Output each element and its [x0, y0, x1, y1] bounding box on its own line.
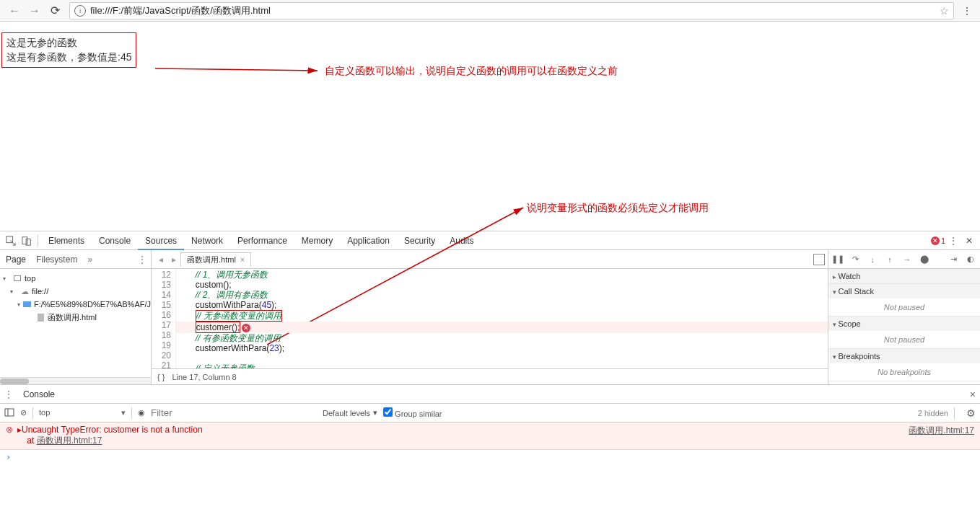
console-prompt[interactable]: › — [0, 450, 980, 464]
svg-line-0 — [155, 68, 318, 71]
debugger-toolbar: ❚❚ ↷ ↓ ↑ → ⬤ ⇥ ◐ — [828, 250, 980, 269]
file-tab-bar: ◂ ▸ 函数调用.html × — [152, 250, 828, 269]
format-icon[interactable]: { } — [157, 373, 165, 381]
tab-application[interactable]: Application — [340, 231, 397, 250]
file-tab-label: 函数调用.html — [187, 254, 236, 265]
debugger-sidebar: ❚❚ ↷ ↓ ↑ → ⬤ ⇥ ◐ Watch Call StackNot pau… — [828, 250, 980, 384]
pause-icon[interactable]: ❚❚ — [831, 253, 844, 266]
reload-button[interactable]: ⟳ — [45, 4, 65, 17]
deactivate-bp-icon[interactable]: ⬤ — [918, 253, 931, 266]
clear-console-icon[interactable]: ⊘ — [20, 408, 27, 417]
callstack-body: Not paused — [828, 298, 980, 316]
step-out-icon[interactable]: ↑ — [883, 253, 896, 266]
tree-file[interactable]: 函数调用.html — [0, 311, 151, 324]
tree-top[interactable]: ▾top — [0, 272, 151, 285]
error-text: ▸Uncaught TypeError: customer is not a f… — [17, 425, 909, 447]
file-tree: ▾top ▾☁file:// ▾F:/%E5%89%8D%E7%AB%AF/Ja… — [0, 269, 151, 327]
console-error-row[interactable]: ⊗ ▸Uncaught TypeError: customer is not a… — [0, 422, 980, 450]
scope-body: Not paused — [828, 331, 980, 348]
editor-status-bar: { } Line 17, Column 8 — [152, 368, 828, 384]
group-similar-checkbox[interactable]: Group similar — [383, 407, 442, 418]
sidebar-toggle-icon[interactable] — [4, 407, 14, 419]
devtools: Elements Console Sources Network Perform… — [0, 231, 980, 464]
tree-folder[interactable]: ▾F:/%E5%89%8D%E7%AB%AF/Ja — [0, 298, 151, 311]
async-icon[interactable]: ⇥ — [947, 253, 960, 266]
pause-on-exception-icon[interactable]: ◐ — [964, 253, 977, 266]
history-back-icon[interactable]: ◂ — [154, 254, 167, 265]
tab-audits[interactable]: Audits — [442, 231, 481, 250]
context-select[interactable]: top ▾ — [39, 408, 126, 417]
breakpoints-header[interactable]: Breakpoints — [828, 349, 980, 363]
history-fwd-icon[interactable]: ▸ — [167, 254, 180, 265]
page-content: 这是无参的函数 这是有参函数，参数值是:45 自定义函数可以输出，说明自定义函数… — [0, 22, 980, 231]
browser-menu-button[interactable]: ⋮ — [958, 5, 976, 17]
step-into-icon[interactable]: ↓ — [866, 253, 879, 266]
tab-network[interactable]: Network — [184, 231, 230, 250]
console-tab[interactable]: Console — [17, 389, 61, 399]
nav-menu-icon[interactable]: ⋮ — [138, 254, 146, 265]
annotation-arrow-icon — [155, 58, 325, 79]
tab-performance[interactable]: Performance — [230, 231, 294, 250]
breakpoints-body: No breakpoints — [828, 363, 980, 381]
stack-link[interactable]: 函数调用.html:17 — [37, 435, 102, 446]
console-toolbar: ⊘ top ▾ ◉ Default levels ▾ Group similar… — [0, 404, 980, 422]
nav-tab-filesystem[interactable]: Filesystem — [36, 254, 77, 265]
console-messages: ⊗ ▸Uncaught TypeError: customer is not a… — [0, 422, 980, 464]
log-levels-select[interactable]: Default levels ▾ — [323, 408, 377, 417]
annotation-text: 自定义函数可以输出，说明自定义函数的调用可以在函数定义之前 — [325, 65, 618, 78]
output-line: 这是无参的函数 — [6, 36, 131, 50]
live-expression-icon[interactable]: ◉ — [138, 408, 145, 417]
close-tab-icon[interactable]: × — [240, 255, 245, 264]
devtools-tabs: Elements Console Sources Network Perform… — [0, 231, 980, 250]
callstack-header[interactable]: Call Stack — [828, 284, 980, 298]
tab-sources[interactable]: Sources — [138, 231, 184, 250]
watch-header[interactable]: Watch — [828, 269, 980, 283]
browser-toolbar: ← → ⟳ i file:///F:/前端/JavaScript/函数/函数调用… — [0, 0, 980, 22]
drawer-menu-icon[interactable]: ⋮ — [4, 389, 13, 399]
nav-more-icon[interactable]: » — [87, 254, 92, 265]
output-box: 这是无参的函数 这是有参函数，参数值是:45 — [1, 32, 136, 68]
error-icon: ⊗ — [6, 425, 13, 447]
tab-memory[interactable]: Memory — [294, 231, 340, 250]
scope-header[interactable]: Scope — [828, 317, 980, 331]
step-icon[interactable]: → — [901, 253, 914, 266]
inspect-icon[interactable] — [3, 233, 19, 249]
device-icon[interactable] — [19, 233, 35, 249]
tab-security[interactable]: Security — [397, 231, 442, 250]
tree-origin[interactable]: ▾☁file:// — [0, 285, 151, 298]
bookmark-icon[interactable]: ☆ — [940, 5, 949, 17]
svg-rect-5 — [5, 409, 14, 416]
tab-console[interactable]: Console — [92, 231, 138, 250]
sources-navigator: Page Filesystem » ⋮ ▾top ▾☁file:// ▾F:/%… — [0, 250, 152, 384]
filter-input[interactable] — [151, 407, 317, 418]
tab-elements[interactable]: Elements — [41, 231, 92, 250]
nav-scrollbar[interactable] — [0, 377, 151, 384]
close-drawer-icon[interactable]: × — [970, 389, 976, 400]
devtools-menu-icon[interactable]: ⋮ — [945, 233, 961, 249]
close-devtools-icon[interactable]: ✕ — [961, 233, 977, 249]
address-bar[interactable]: i file:///F:/前端/JavaScript/函数/函数调用.html … — [69, 2, 954, 19]
sources-panel: Page Filesystem » ⋮ ▾top ▾☁file:// ▾F:/%… — [0, 250, 980, 384]
cursor-position: Line 17, Column 8 — [172, 373, 236, 381]
nav-tab-page[interactable]: Page — [6, 254, 26, 265]
console-drawer: ⋮ Console × ⊘ top ▾ ◉ Default levels ▾ G… — [0, 384, 980, 464]
error-badge[interactable]: ✕1 — [931, 236, 945, 245]
url-text: file:///F:/前端/JavaScript/函数/函数调用.html — [90, 4, 940, 17]
forward-button[interactable]: → — [25, 4, 45, 17]
info-icon: i — [74, 5, 86, 17]
sources-editor: ◂ ▸ 函数调用.html × 12131415161718192021 // … — [152, 250, 828, 384]
step-over-icon[interactable]: ↷ — [849, 253, 862, 266]
annotation-text: 说明变量形式的函数必须先定义才能调用 — [527, 202, 709, 215]
console-settings-icon[interactable]: ⚙ — [966, 407, 976, 419]
svg-rect-3 — [22, 236, 27, 244]
back-button[interactable]: ← — [4, 4, 25, 17]
error-location[interactable]: 函数调用.html:17 — [909, 425, 974, 447]
hidden-count[interactable]: 2 hidden — [918, 409, 948, 417]
code-editor[interactable]: 12131415161718192021 // 1、调用无参函数 custom(… — [152, 269, 828, 368]
file-tab[interactable]: 函数调用.html × — [180, 252, 251, 267]
maximize-icon[interactable] — [813, 254, 825, 265]
output-line: 这是有参函数，参数值是:45 — [6, 50, 131, 65]
